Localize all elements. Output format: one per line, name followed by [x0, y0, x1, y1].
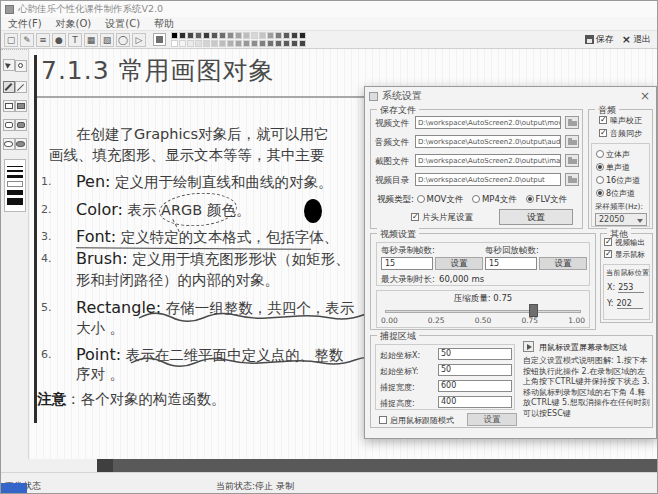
- color-picker-tool[interactable]: [15, 60, 27, 72]
- line-width-option[interactable]: [7, 166, 23, 167]
- palette-swatch[interactable]: [235, 32, 242, 39]
- scrollbar-thumb[interactable]: [97, 459, 113, 472]
- line-tool[interactable]: [15, 81, 27, 93]
- palette-swatch[interactable]: [259, 32, 266, 39]
- mono-radio[interactable]: 单声道: [596, 162, 630, 173]
- table-icon[interactable]: ▦: [84, 33, 98, 47]
- palette-swatch[interactable]: [283, 32, 290, 39]
- palette-swatch[interactable]: [235, 40, 242, 47]
- palette-swatch[interactable]: [211, 40, 218, 47]
- new-doc-icon[interactable]: ▢: [4, 33, 18, 47]
- rect-tool[interactable]: [3, 100, 15, 112]
- playback-fps-input[interactable]: 15: [485, 257, 537, 270]
- 8bit-radio[interactable]: 8位声道: [596, 188, 635, 199]
- start-y-input[interactable]: 50: [438, 364, 512, 376]
- palette-swatch[interactable]: [251, 40, 258, 47]
- capture-set-button[interactable]: 设置: [467, 413, 517, 426]
- palette-swatch[interactable]: [195, 40, 202, 47]
- record-fps-set-button[interactable]: 设置: [435, 257, 483, 270]
- palette-swatch[interactable]: [251, 32, 258, 39]
- browse-button[interactable]: [565, 116, 579, 129]
- ellipse-icon[interactable]: ◯: [116, 33, 130, 47]
- palette-swatch[interactable]: [195, 32, 202, 39]
- ellipse-tool[interactable]: [3, 138, 15, 150]
- palette-swatch[interactable]: [203, 32, 210, 39]
- radio-flv[interactable]: FLV文件: [526, 194, 568, 204]
- palette-swatch[interactable]: [291, 32, 298, 39]
- horizontal-scrollbar[interactable]: [97, 459, 658, 472]
- palette-swatch[interactable]: [219, 32, 226, 39]
- palette-swatch[interactable]: [291, 40, 298, 47]
- ellipse-filled-tool[interactable]: [15, 138, 27, 150]
- palette-swatch[interactable]: [275, 32, 282, 39]
- palette-swatch[interactable]: [187, 40, 194, 47]
- intro-outro-checkbox[interactable]: 片头片尾设置: [411, 212, 473, 224]
- line-width-option[interactable]: [7, 175, 23, 178]
- palette-swatch[interactable]: [227, 32, 234, 39]
- show-mouse-checkbox[interactable]: 显示鼠标: [604, 250, 645, 260]
- play-icon[interactable]: ▷: [132, 33, 146, 47]
- line-style-icon[interactable]: ≡: [36, 33, 50, 47]
- browse-button[interactable]: [565, 154, 579, 167]
- intro-settings-button[interactable]: 设置: [499, 209, 573, 225]
- save-button[interactable]: 保存: [583, 32, 616, 47]
- palette-swatch[interactable]: [283, 40, 290, 47]
- palette-swatch[interactable]: [299, 32, 306, 39]
- palette-swatch[interactable]: [275, 40, 282, 47]
- mouse-follow-checkbox[interactable]: 启用鼠标跟随模式: [379, 415, 454, 426]
- palette-swatch[interactable]: [203, 40, 210, 47]
- audio-path-input[interactable]: D:\workspace\AutoScreen2.0\output\audio.…: [415, 135, 561, 148]
- record-fps-input[interactable]: 15: [381, 257, 433, 270]
- pen-icon[interactable]: ✎: [20, 33, 34, 47]
- roundrect-filled-tool[interactable]: [15, 119, 27, 131]
- pointer-tool[interactable]: [3, 59, 15, 71]
- region-select-button[interactable]: [523, 341, 534, 352]
- color-dot-icon[interactable]: ●: [52, 33, 66, 47]
- palette-swatch[interactable]: [243, 40, 250, 47]
- pencil-tool[interactable]: [3, 81, 15, 93]
- palette-swatch[interactable]: [227, 40, 234, 47]
- 16bit-radio[interactable]: 16位声道: [596, 175, 640, 186]
- palette-swatch[interactable]: [179, 40, 186, 47]
- playback-fps-set-button[interactable]: 设置: [539, 257, 587, 270]
- browse-button[interactable]: [565, 135, 579, 148]
- line-width-option-selected[interactable]: [7, 181, 23, 187]
- sample-rate-dropdown[interactable]: 22050: [595, 213, 647, 226]
- eraser-icon[interactable]: ▧: [100, 33, 114, 47]
- capture-width-input[interactable]: 600: [438, 380, 512, 392]
- palette-swatch[interactable]: [267, 40, 274, 47]
- image-path-input[interactable]: D:\workspace\AutoScreen2.0\output\image.…: [415, 154, 561, 167]
- menu-settings[interactable]: 设置(C): [98, 17, 147, 31]
- movie-path-input[interactable]: D:\workspace\AutoScreen2.0\output\movie.…: [415, 116, 561, 129]
- palette-swatch[interactable]: [179, 32, 186, 39]
- line-width-option[interactable]: [7, 190, 23, 195]
- dialog-title-bar[interactable]: 系统设置 ×: [365, 87, 656, 105]
- menu-object[interactable]: 对象(O): [49, 17, 99, 31]
- roundrect-tool[interactable]: [3, 119, 15, 131]
- palette-swatch[interactable]: [171, 40, 178, 47]
- radio-mp4[interactable]: MP4文件: [472, 194, 517, 204]
- quality-slider-track[interactable]: [385, 310, 581, 313]
- palette-swatch[interactable]: [267, 32, 274, 39]
- palette-swatch[interactable]: [243, 32, 250, 39]
- palette-swatch[interactable]: [259, 40, 266, 47]
- current-color-indicator[interactable]: [153, 33, 166, 46]
- palette-swatch[interactable]: [211, 32, 218, 39]
- browse-button[interactable]: [565, 173, 579, 186]
- palette-swatch[interactable]: [219, 40, 226, 47]
- palette-swatch[interactable]: [187, 32, 194, 39]
- palette-swatch[interactable]: [299, 40, 306, 47]
- radio-mov[interactable]: MOV文件: [417, 194, 464, 204]
- exit-button[interactable]: × 退出: [620, 32, 653, 47]
- video-output-checkbox[interactable]: 视频输出: [604, 238, 645, 248]
- output-dir-input[interactable]: D:\workspace\AutoScreen2.0\output: [415, 173, 561, 186]
- rect-filled-tool[interactable]: [15, 100, 27, 112]
- line-width-option[interactable]: [7, 198, 23, 205]
- capture-height-input[interactable]: 400: [438, 396, 512, 408]
- line-width-option[interactable]: [7, 170, 23, 172]
- menu-file[interactable]: 文件(F): [1, 17, 49, 31]
- audio-sync-checkbox[interactable]: 音频同步: [599, 128, 642, 139]
- menu-help[interactable]: 帮助: [147, 17, 181, 31]
- taskbar-corner[interactable]: [1, 483, 27, 494]
- stereo-radio[interactable]: 立体声: [596, 149, 630, 160]
